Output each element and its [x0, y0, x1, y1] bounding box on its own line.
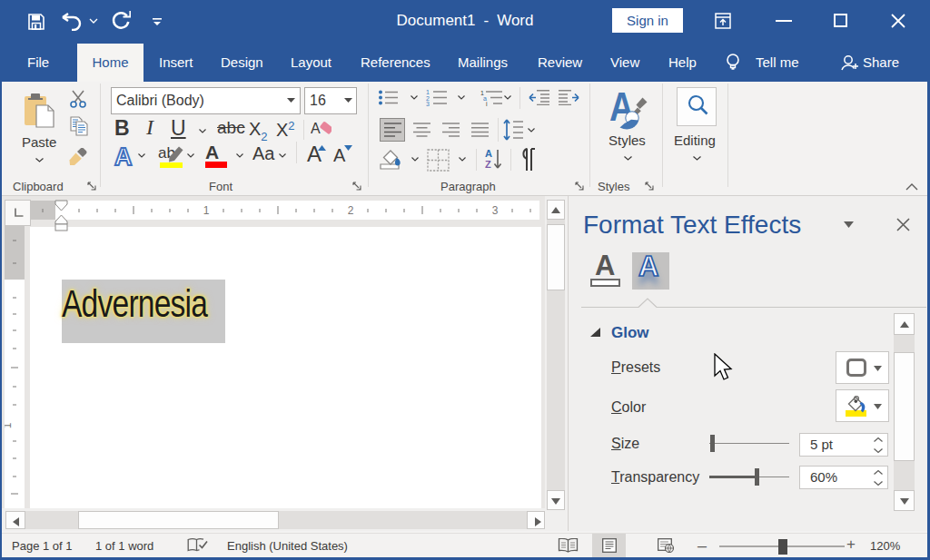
svg-text:A: A — [311, 121, 321, 136]
svg-text:i: i — [486, 101, 488, 106]
svg-text:3: 3 — [426, 101, 430, 106]
svg-text:A: A — [485, 148, 492, 159]
svg-text:2: 2 — [348, 204, 354, 217]
svg-text:1: 1 — [203, 204, 210, 217]
svg-text:Z: Z — [485, 159, 491, 170]
svg-text:1: 1 — [5, 422, 14, 428]
svg-text:3: 3 — [492, 204, 499, 217]
